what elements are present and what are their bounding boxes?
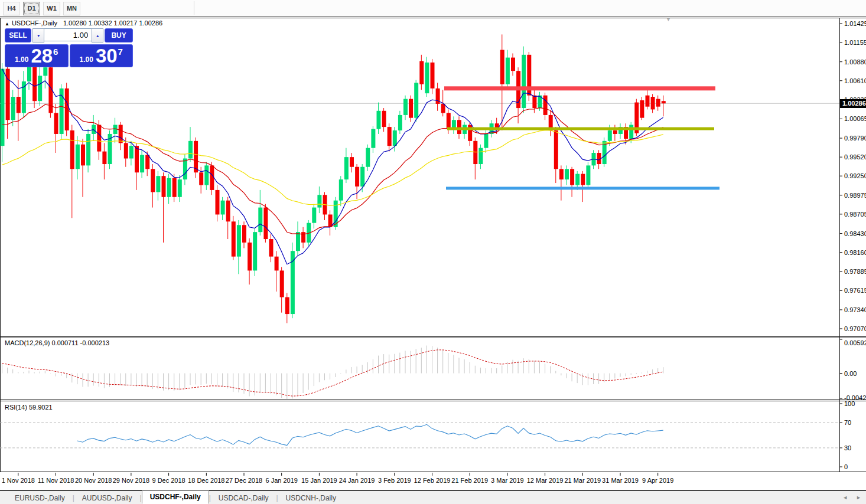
buy-button[interactable]: BUY [105,28,133,42]
date-axis-label: 9 Apr 2019 [642,477,673,484]
sell-button[interactable]: SELL [5,28,31,42]
date-axis-label: 18 Dec 2018 [188,477,224,484]
macd-axis-label: 0.005926 [844,339,866,346]
price-axis-label: 0.98430 [844,230,866,237]
tab-scroll-arrows: ◄ ► [842,495,861,500]
volume-decrease-button[interactable]: ▼ [32,28,44,42]
date-axis-label: 12 Mar 2019 [527,477,564,484]
date-axis-label: 1 Nov 2018 [2,477,35,484]
macd-axis-label: 0.00 [844,370,857,377]
price-axis-label: 0.98705 [844,211,866,218]
timeframe-button-d1[interactable]: D1 [23,2,40,15]
price-axis-label: 0.98160 [844,249,866,256]
price-axis-label: 1.00880 [844,58,866,66]
collapse-panel-icon[interactable]: ▲ [5,21,9,27]
date-axis-label: 3 Feb 2019 [378,477,411,484]
ohlc-values: 1.00280 1.00332 1.00217 1.00286 [63,19,162,27]
rsi-axis-label: 70 [844,419,851,426]
price-axis-label: 1.01155 [844,39,866,46]
date-axis-label: 3 Mar 2019 [491,477,524,484]
chart-tab-eurusd[interactable]: EURUSD-,Daily [7,492,73,504]
buy-price-pip-digit: 7 [118,47,123,57]
date-axis-label: 15 Jan 2019 [301,477,337,484]
volume-stepper: ▼ ▲ [32,28,103,42]
mt4-window: H4 D1 W1 MN ▲USDCHF-,Daily1.00280 1.0033… [0,0,866,504]
date-axis-label: 11 Nov 2018 [38,477,74,484]
volume-input[interactable] [44,28,92,41]
price-axis-label: 0.97070 [844,325,866,332]
toolbar-separator [194,1,194,15]
sell-price-big-figure: 28 [31,46,53,66]
ma-slow-yellow [2,130,663,205]
timeframe-button-h4[interactable]: H4 [3,2,20,15]
date-axis-label: 29 Nov 2018 [113,477,149,484]
date-axis-label: 21 Feb 2019 [451,477,488,484]
price-axis-label: 0.97615 [844,287,866,294]
one-click-trading-panel: SELL ▼ ▲ BUY 1.00 28 6 1.00 30 7 [5,28,133,67]
buy-price-prefix: 1.00 [80,55,93,64]
price-axis-label: 0.97885 [844,268,866,275]
buy-price-button[interactable]: 1.00 30 7 [70,44,134,67]
candlestick-series [1,34,666,323]
price-axis-label: 0.99520 [844,153,866,161]
volume-increase-button[interactable]: ▲ [92,28,103,42]
date-axis-label: 12 Feb 2019 [414,477,451,484]
sell-price-button[interactable]: 1.00 28 6 [5,44,69,67]
chart-tab-usdchf[interactable]: USDCHF-,Daily [142,490,209,504]
price-axis-label: 0.99250 [844,172,866,179]
support-blue-level[interactable] [446,186,720,189]
sell-price-prefix: 1.00 [15,55,28,64]
ma-medium-red [2,104,663,234]
chart-tab-usdcad[interactable]: USDCAD-,Daily [211,492,276,504]
price-axis-label: 1.01425 [844,20,866,27]
chart-tab-bar: EURUSD-,Daily|AUDUSD-,Daily|USDCHF-,Dail… [0,490,866,504]
date-axis-label: 21 Mar 2019 [564,477,601,484]
timeframe-button-mn[interactable]: MN [63,2,80,15]
macd-indicator-label: MACD(12,26,9) 0.000711 -0.000213 [5,339,109,346]
buy-price-big-figure: 30 [96,46,118,66]
macd-histogram [2,346,663,399]
rsi-indicator-label: RSI(14) 59.9021 [5,404,53,411]
tab-scroll-left-icon[interactable]: ◄ [842,495,848,500]
price-axis-label: 0.98975 [844,192,866,199]
chart-tab-usdcnh[interactable]: USDCNH-,Daily [278,492,344,504]
ma-fast-blue [2,69,663,264]
rsi-axis-label: 100 [844,400,855,407]
tab-scroll-right-icon[interactable]: ► [856,495,861,500]
chart-top-border [0,18,866,18]
price-axis-label: 1.00065 [844,115,866,122]
price-axis-label: 0.97340 [844,306,866,313]
rsi-axis-label: 0 [844,463,848,470]
date-axis-label: 24 Jan 2019 [339,477,375,484]
date-axis-label: 27 Dec 2018 [226,477,262,484]
price-axis-label: 0.99790 [844,135,866,142]
rsi-line [77,424,663,445]
current-price-tag: 1.00286 [840,99,866,108]
date-axis-label: 6 Jan 2019 [265,477,297,484]
chart-shift-marker-icon[interactable]: ▼ [666,17,671,22]
chart-title-line: ▲USDCHF-,Daily1.00280 1.00332 1.00217 1.… [5,19,162,27]
resistance-red-level[interactable] [444,86,715,90]
price-axis-label: 1.00610 [844,77,866,84]
date-axis-label: 20 Nov 2018 [75,477,112,484]
chart-canvas[interactable] [0,0,866,504]
timeframe-toolbar: H4 D1 W1 MN [0,0,866,17]
chart-tab-audusd[interactable]: AUDUSD-,Daily [74,492,140,504]
symbol-label: USDCHF-,Daily [12,19,57,27]
macd-signal-line [2,350,663,396]
sell-price-pip-digit: 6 [53,47,58,57]
support-olive-level[interactable] [447,127,714,130]
timeframe-button-w1[interactable]: W1 [43,2,60,15]
date-axis-label: 31 Mar 2019 [602,477,639,484]
rsi-axis-label: 30 [844,444,851,451]
date-axis-label: 9 Dec 2018 [152,477,185,484]
